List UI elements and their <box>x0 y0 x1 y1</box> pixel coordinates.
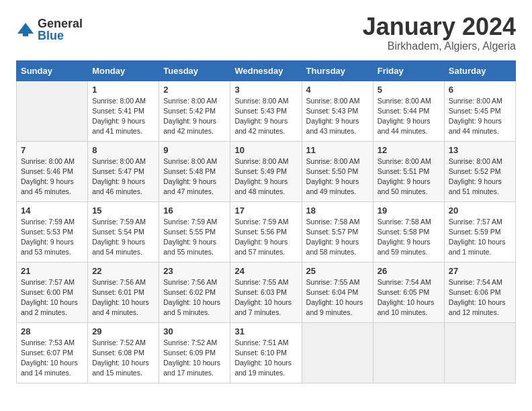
day-number: 15 <box>92 205 154 216</box>
svg-rect-2 <box>23 32 28 36</box>
day-info: Sunrise: 7:52 AM Sunset: 6:09 PM Dayligh… <box>163 338 226 379</box>
day-number: 7 <box>21 145 83 155</box>
calendar-cell: 17Sunrise: 7:59 AM Sunset: 5:56 PM Dayli… <box>230 201 302 262</box>
day-info: Sunrise: 7:59 AM Sunset: 5:56 PM Dayligh… <box>234 217 297 258</box>
calendar-cell: 14Sunrise: 7:59 AM Sunset: 5:53 PM Dayli… <box>17 201 88 262</box>
calendar-cell: 5Sunrise: 8:00 AM Sunset: 5:44 PM Daylig… <box>373 81 444 141</box>
calendar-table: SundayMondayTuesdayWednesdayThursdayFrid… <box>16 60 516 383</box>
calendar-week-row: 14Sunrise: 7:59 AM Sunset: 5:53 PM Dayli… <box>17 201 516 262</box>
day-info: Sunrise: 7:57 AM Sunset: 5:59 PM Dayligh… <box>449 217 511 258</box>
day-info: Sunrise: 8:00 AM Sunset: 5:46 PM Dayligh… <box>21 156 83 197</box>
month-title: January 2024 <box>363 13 516 40</box>
day-info: Sunrise: 8:00 AM Sunset: 5:48 PM Dayligh… <box>163 156 226 197</box>
weekday-header-friday: Friday <box>373 60 444 81</box>
day-info: Sunrise: 7:59 AM Sunset: 5:55 PM Dayligh… <box>163 217 226 258</box>
day-number: 18 <box>306 205 369 216</box>
calendar-cell: 24Sunrise: 7:55 AM Sunset: 6:03 PM Dayli… <box>230 262 302 322</box>
calendar-cell: 27Sunrise: 7:54 AM Sunset: 6:06 PM Dayli… <box>444 262 515 322</box>
location-subtitle: Birkhadem, Algiers, Algeria <box>363 40 516 52</box>
day-number: 12 <box>378 145 440 155</box>
calendar-cell: 9Sunrise: 8:00 AM Sunset: 5:48 PM Daylig… <box>159 141 230 201</box>
day-info: Sunrise: 7:53 AM Sunset: 6:07 PM Dayligh… <box>21 338 83 379</box>
day-info: Sunrise: 8:00 AM Sunset: 5:42 PM Dayligh… <box>163 96 226 137</box>
day-number: 11 <box>306 145 369 155</box>
calendar-cell: 1Sunrise: 8:00 AM Sunset: 5:41 PM Daylig… <box>88 81 159 141</box>
calendar-cell: 11Sunrise: 8:00 AM Sunset: 5:50 PM Dayli… <box>302 141 373 201</box>
calendar-cell: 15Sunrise: 7:59 AM Sunset: 5:54 PM Dayli… <box>88 201 159 262</box>
calendar-cell: 20Sunrise: 7:57 AM Sunset: 5:59 PM Dayli… <box>444 201 515 262</box>
day-number: 16 <box>163 205 226 216</box>
calendar-cell: 4Sunrise: 8:00 AM Sunset: 5:43 PM Daylig… <box>302 81 373 141</box>
day-number: 14 <box>21 205 83 216</box>
calendar-cell: 13Sunrise: 8:00 AM Sunset: 5:52 PM Dayli… <box>444 141 515 201</box>
weekday-header-sunday: Sunday <box>17 60 88 81</box>
logo-blue-text: Blue <box>38 30 83 42</box>
day-number: 21 <box>21 266 83 276</box>
header: General Blue January 2024 Birkhadem, Alg… <box>16 13 516 52</box>
calendar-cell: 30Sunrise: 7:52 AM Sunset: 6:09 PM Dayli… <box>159 322 230 383</box>
day-info: Sunrise: 8:00 AM Sunset: 5:43 PM Dayligh… <box>306 96 369 137</box>
weekday-header-row: SundayMondayTuesdayWednesdayThursdayFrid… <box>17 60 516 81</box>
day-info: Sunrise: 7:56 AM Sunset: 6:01 PM Dayligh… <box>92 277 154 318</box>
day-info: Sunrise: 7:52 AM Sunset: 6:08 PM Dayligh… <box>92 338 154 379</box>
calendar-cell: 7Sunrise: 8:00 AM Sunset: 5:46 PM Daylig… <box>17 141 88 201</box>
calendar-cell: 26Sunrise: 7:54 AM Sunset: 6:05 PM Dayli… <box>373 262 444 322</box>
calendar-week-row: 7Sunrise: 8:00 AM Sunset: 5:46 PM Daylig… <box>17 141 516 201</box>
weekday-header-saturday: Saturday <box>444 60 515 81</box>
day-number: 24 <box>234 266 297 276</box>
calendar-cell: 10Sunrise: 8:00 AM Sunset: 5:49 PM Dayli… <box>230 141 302 201</box>
day-info: Sunrise: 7:54 AM Sunset: 6:05 PM Dayligh… <box>378 277 440 318</box>
calendar-cell <box>444 322 515 383</box>
day-number: 28 <box>21 326 83 336</box>
calendar-cell: 3Sunrise: 8:00 AM Sunset: 5:43 PM Daylig… <box>230 81 302 141</box>
calendar-week-row: 28Sunrise: 7:53 AM Sunset: 6:07 PM Dayli… <box>17 322 516 383</box>
day-number: 22 <box>92 266 154 276</box>
day-info: Sunrise: 8:00 AM Sunset: 5:44 PM Dayligh… <box>378 96 440 137</box>
day-info: Sunrise: 8:00 AM Sunset: 5:47 PM Dayligh… <box>92 156 154 197</box>
day-info: Sunrise: 7:51 AM Sunset: 6:10 PM Dayligh… <box>234 338 297 379</box>
day-number: 5 <box>378 85 440 95</box>
day-number: 19 <box>378 205 440 216</box>
calendar-cell: 31Sunrise: 7:51 AM Sunset: 6:10 PM Dayli… <box>230 322 302 383</box>
weekday-header-monday: Monday <box>88 60 159 81</box>
day-number: 1 <box>92 85 154 95</box>
calendar-cell: 22Sunrise: 7:56 AM Sunset: 6:01 PM Dayli… <box>88 262 159 322</box>
day-info: Sunrise: 8:00 AM Sunset: 5:50 PM Dayligh… <box>306 156 369 197</box>
day-info: Sunrise: 8:00 AM Sunset: 5:43 PM Dayligh… <box>234 96 297 137</box>
day-number: 8 <box>92 145 154 155</box>
calendar-cell: 8Sunrise: 8:00 AM Sunset: 5:47 PM Daylig… <box>88 141 159 201</box>
title-section: January 2024 Birkhadem, Algiers, Algeria <box>363 13 516 52</box>
day-number: 27 <box>449 266 511 276</box>
calendar-cell: 2Sunrise: 8:00 AM Sunset: 5:42 PM Daylig… <box>159 81 230 141</box>
day-info: Sunrise: 7:54 AM Sunset: 6:06 PM Dayligh… <box>449 277 511 318</box>
day-info: Sunrise: 8:00 AM Sunset: 5:51 PM Dayligh… <box>378 156 440 197</box>
day-info: Sunrise: 8:00 AM Sunset: 5:52 PM Dayligh… <box>449 156 511 197</box>
day-info: Sunrise: 7:56 AM Sunset: 6:02 PM Dayligh… <box>163 277 226 318</box>
calendar-cell: 29Sunrise: 7:52 AM Sunset: 6:08 PM Dayli… <box>88 322 159 383</box>
logo-general-text: General <box>38 17 83 30</box>
day-number: 30 <box>163 326 226 336</box>
day-info: Sunrise: 8:00 AM Sunset: 5:41 PM Dayligh… <box>92 96 154 137</box>
calendar-cell <box>373 322 444 383</box>
calendar-cell: 18Sunrise: 7:58 AM Sunset: 5:57 PM Dayli… <box>302 201 373 262</box>
day-info: Sunrise: 7:55 AM Sunset: 6:04 PM Dayligh… <box>306 277 369 318</box>
calendar-cell: 6Sunrise: 8:00 AM Sunset: 5:45 PM Daylig… <box>444 81 515 141</box>
calendar-cell: 19Sunrise: 7:58 AM Sunset: 5:58 PM Dayli… <box>373 201 444 262</box>
calendar-cell <box>17 81 88 141</box>
day-number: 31 <box>234 326 297 336</box>
calendar-cell: 16Sunrise: 7:59 AM Sunset: 5:55 PM Dayli… <box>159 201 230 262</box>
day-info: Sunrise: 7:58 AM Sunset: 5:57 PM Dayligh… <box>306 217 369 258</box>
day-info: Sunrise: 7:57 AM Sunset: 6:00 PM Dayligh… <box>21 277 83 318</box>
logo: General Blue <box>16 17 83 42</box>
day-number: 29 <box>92 326 154 336</box>
calendar-week-row: 1Sunrise: 8:00 AM Sunset: 5:41 PM Daylig… <box>17 81 516 141</box>
day-info: Sunrise: 7:55 AM Sunset: 6:03 PM Dayligh… <box>234 277 297 318</box>
day-number: 10 <box>234 145 297 155</box>
weekday-header-tuesday: Tuesday <box>159 60 230 81</box>
calendar-cell: 25Sunrise: 7:55 AM Sunset: 6:04 PM Dayli… <box>302 262 373 322</box>
calendar-cell: 12Sunrise: 8:00 AM Sunset: 5:51 PM Dayli… <box>373 141 444 201</box>
day-info: Sunrise: 8:00 AM Sunset: 5:45 PM Dayligh… <box>449 96 511 137</box>
calendar-cell <box>302 322 373 383</box>
day-number: 20 <box>449 205 511 216</box>
day-number: 6 <box>449 85 511 95</box>
